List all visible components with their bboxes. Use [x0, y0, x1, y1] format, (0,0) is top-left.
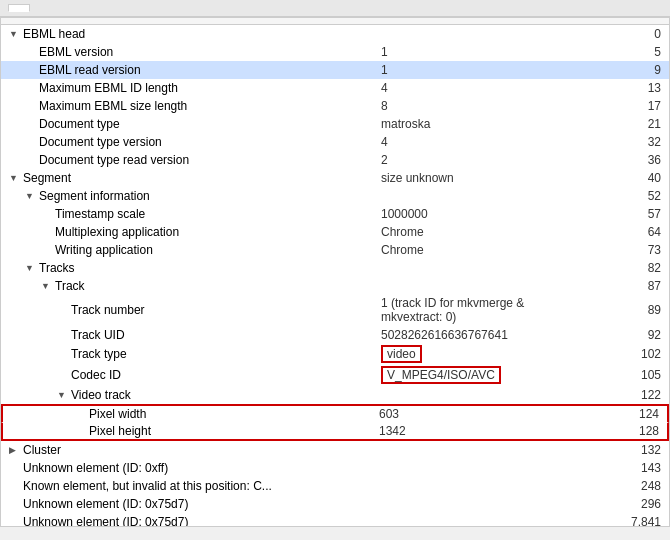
position-cell: 73 [581, 243, 661, 257]
position-cell: 296 [581, 497, 661, 511]
content-cell: 4 [381, 81, 581, 95]
content-cell: 1000000 [381, 207, 581, 221]
position-cell: 143 [581, 461, 661, 475]
element-label: Pixel height [89, 424, 151, 438]
element-label: Known element, but invalid at this posit… [23, 479, 272, 493]
tree-row[interactable]: ▼Track87 [1, 277, 669, 295]
element-label: Segment [23, 171, 71, 185]
content-cell: 5028262616636767641 [381, 328, 581, 342]
tree-row[interactable]: Pixel width603124 [1, 404, 669, 423]
collapse-icon[interactable]: ▼ [41, 281, 51, 291]
tree-row[interactable]: ▼EBML head0 [1, 25, 669, 43]
element-label: EBML head [23, 27, 85, 41]
element-label: EBML read version [39, 63, 141, 77]
tree-row[interactable]: EBML version15 [1, 43, 669, 61]
content-cell: 1342 [379, 424, 579, 438]
position-cell: 32 [581, 135, 661, 149]
tree-row[interactable]: ▼Video track122 [1, 386, 669, 404]
tree-row[interactable]: EBML read version19 [1, 61, 669, 79]
element-label: EBML version [39, 45, 113, 59]
content-cell: 2 [381, 153, 581, 167]
column-headers [1, 18, 669, 25]
collapse-icon[interactable]: ▼ [57, 390, 67, 400]
tree-row[interactable]: Pixel height1342128 [1, 423, 669, 441]
tree-row[interactable]: Track typevideo102 [1, 344, 669, 365]
tree-row[interactable]: Maximum EBML size length817 [1, 97, 669, 115]
position-cell: 0 [581, 27, 661, 41]
collapse-icon[interactable]: ▼ [25, 191, 35, 201]
tree-row[interactable]: ▼Segmentsize unknown40 [1, 169, 669, 187]
element-label: Cluster [23, 443, 61, 457]
element-label: Document type read version [39, 153, 189, 167]
tree-row[interactable]: Timestamp scale100000057 [1, 205, 669, 223]
position-cell: 40 [581, 171, 661, 185]
tree-row[interactable]: Maximum EBML ID length413 [1, 79, 669, 97]
element-label: Pixel width [89, 407, 146, 421]
collapse-icon[interactable]: ▼ [25, 263, 35, 273]
tree-row[interactable]: ▼Segment information52 [1, 187, 669, 205]
tree-view: ▼EBML head0EBML version15EBML read versi… [1, 25, 669, 526]
position-cell: 52 [581, 189, 661, 203]
element-label: Track [55, 279, 85, 293]
content-cell: 603 [379, 407, 579, 421]
position-cell: 105 [581, 368, 661, 382]
position-cell: 248 [581, 479, 661, 493]
element-label: Unknown element (ID: 0xff) [23, 461, 168, 475]
position-cell: 92 [581, 328, 661, 342]
content-cell: matroska [381, 117, 581, 131]
element-label: Track UID [71, 328, 125, 342]
position-cell: 82 [581, 261, 661, 275]
position-cell: 5 [581, 45, 661, 59]
tree-row[interactable]: Document type read version236 [1, 151, 669, 169]
element-label: Document type version [39, 135, 162, 149]
content-cell: Chrome [381, 225, 581, 239]
tree-row[interactable]: Track number1 (track ID for mkvmerge & m… [1, 295, 669, 326]
content-cell: V_MPEG4/ISO/AVC [381, 366, 581, 384]
content-cell: 1 [381, 45, 581, 59]
main-container: ▼EBML head0EBML version15EBML read versi… [0, 17, 670, 527]
element-label: Multiplexing application [55, 225, 179, 239]
element-label: Tracks [39, 261, 75, 275]
position-cell: 124 [579, 407, 659, 421]
content-cell: 8 [381, 99, 581, 113]
content-cell: 1 [381, 63, 581, 77]
content-cell: 1 (track ID for mkvmerge & mkvextract: 0… [381, 296, 581, 324]
position-cell: 102 [581, 347, 661, 361]
tree-row[interactable]: Unknown element (ID: 0x75d7)7,841 [1, 513, 669, 526]
tab-file[interactable] [8, 4, 30, 12]
tree-row[interactable]: ▶Cluster132 [1, 441, 669, 459]
position-cell: 89 [581, 303, 661, 317]
red-border-content: video [381, 345, 422, 363]
tree-row[interactable]: Writing applicationChrome73 [1, 241, 669, 259]
element-label: Video track [71, 388, 131, 402]
content-cell: Chrome [381, 243, 581, 257]
element-label: Unknown element (ID: 0x75d7) [23, 497, 188, 511]
tree-row[interactable]: Unknown element (ID: 0x75d7)296 [1, 495, 669, 513]
tree-row[interactable]: Known element, but invalid at this posit… [1, 477, 669, 495]
position-cell: 9 [581, 63, 661, 77]
element-label: Document type [39, 117, 120, 131]
position-cell: 13 [581, 81, 661, 95]
tree-row[interactable]: Track UID502826261663676764192 [1, 326, 669, 344]
tree-row[interactable]: Document type version432 [1, 133, 669, 151]
tree-row[interactable]: Codec IDV_MPEG4/ISO/AVC105 [1, 365, 669, 386]
tree-row[interactable]: Unknown element (ID: 0xff)143 [1, 459, 669, 477]
position-cell: 128 [579, 424, 659, 438]
collapse-icon[interactable]: ▼ [9, 29, 19, 39]
position-cell: 132 [581, 443, 661, 457]
tree-row[interactable]: Document typematroska21 [1, 115, 669, 133]
collapse-icon[interactable]: ▼ [9, 173, 19, 183]
title-bar [0, 0, 670, 17]
position-cell: 21 [581, 117, 661, 131]
tree-row[interactable]: ▼Tracks82 [1, 259, 669, 277]
element-label: Segment information [39, 189, 150, 203]
position-cell: 7,841 [581, 515, 661, 527]
element-label: Track number [71, 303, 145, 317]
content-cell: size unknown [381, 171, 581, 185]
element-label: Timestamp scale [55, 207, 145, 221]
position-cell: 36 [581, 153, 661, 167]
element-label: Maximum EBML size length [39, 99, 187, 113]
expand-icon[interactable]: ▶ [9, 445, 19, 455]
position-cell: 17 [581, 99, 661, 113]
tree-row[interactable]: Multiplexing applicationChrome64 [1, 223, 669, 241]
